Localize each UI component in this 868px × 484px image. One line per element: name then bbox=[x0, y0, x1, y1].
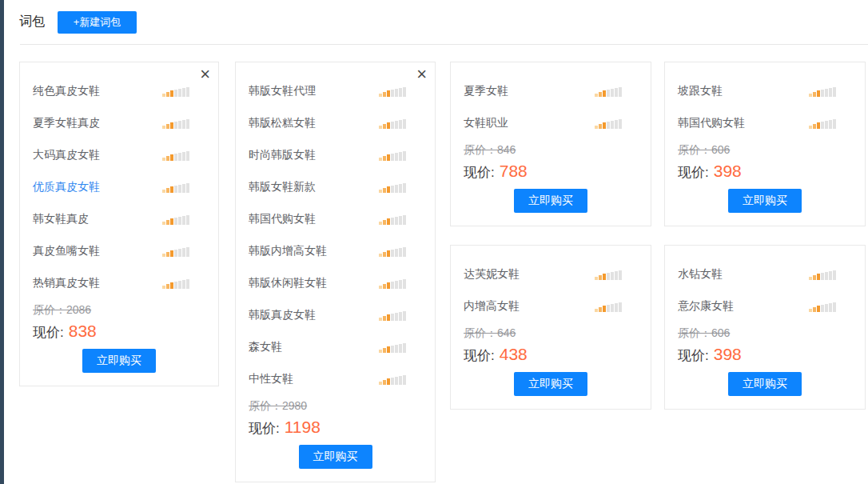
keyword-row[interactable]: 优质真皮女鞋 bbox=[20, 171, 218, 203]
keyword-label: 意尔康女鞋 bbox=[678, 299, 734, 314]
current-price: 现价: 1198 bbox=[249, 418, 422, 438]
current-price-label: 现价: bbox=[678, 163, 709, 182]
keyword-label: 韩女鞋真皮 bbox=[33, 212, 89, 226]
signal-bars-icon bbox=[378, 374, 406, 385]
current-price: 现价: 788 bbox=[464, 162, 638, 182]
close-icon[interactable]: × bbox=[416, 64, 427, 85]
keyword-row[interactable]: 韩版真皮女鞋 bbox=[236, 299, 435, 331]
keyword-row[interactable]: 意尔康女鞋 bbox=[665, 290, 865, 322]
keyword-label: 真皮鱼嘴女鞋 bbox=[33, 244, 100, 258]
keyword-list: 韩版女鞋代理 韩版松糕女鞋 时尚韩版女鞋 韩版女鞋新款 韩国代购女鞋 韩版内增高… bbox=[236, 62, 435, 395]
wordpack-card: 坡跟女鞋 韩国代购女鞋 原价：606 现价: 398 立即购买 bbox=[664, 62, 866, 226]
keyword-label: 水钻女鞋 bbox=[678, 267, 723, 282]
buy-now-button[interactable]: 立即购买 bbox=[299, 445, 372, 469]
signal-bars-icon bbox=[378, 150, 406, 161]
keyword-row[interactable]: 夏季女鞋 bbox=[451, 75, 651, 107]
current-price-label: 现价: bbox=[464, 346, 495, 365]
keyword-list: 夏季女鞋 女鞋职业 bbox=[451, 62, 651, 139]
current-price: 现价: 398 bbox=[678, 345, 852, 365]
keyword-label: 优质真皮女鞋 bbox=[33, 180, 100, 194]
keyword-label: 森女鞋 bbox=[249, 340, 282, 354]
keyword-row[interactable]: 达芙妮女鞋 bbox=[451, 258, 651, 290]
current-price-value: 838 bbox=[69, 322, 97, 341]
keyword-row[interactable]: 韩国代购女鞋 bbox=[236, 203, 435, 235]
card-column-1: × 纯色真皮女鞋 夏季女鞋真皮 大码真皮女鞋 优质真皮女鞋 韩女鞋真皮 真皮鱼嘴… bbox=[19, 62, 219, 386]
keyword-row[interactable]: 大码真皮女鞋 bbox=[20, 139, 218, 171]
current-price: 现价: 438 bbox=[464, 345, 638, 365]
keyword-row[interactable]: 韩版松糕女鞋 bbox=[236, 107, 435, 139]
keyword-row[interactable]: 内增高女鞋 bbox=[451, 290, 651, 322]
keyword-row[interactable]: 韩版女鞋代理 bbox=[236, 75, 435, 107]
keyword-row[interactable]: 热销真皮女鞋 bbox=[20, 267, 218, 299]
original-price: 原价：646 bbox=[464, 326, 638, 341]
original-price: 原价：846 bbox=[464, 143, 638, 158]
signal-bars-icon bbox=[594, 86, 622, 97]
keyword-row[interactable]: 韩版女鞋新款 bbox=[236, 171, 435, 203]
signal-bars-icon bbox=[161, 214, 189, 225]
keyword-label: 女鞋职业 bbox=[464, 116, 508, 130]
keyword-row[interactable]: 森女鞋 bbox=[236, 331, 435, 363]
signal-bars-icon bbox=[161, 278, 189, 289]
card-column-4: 坡跟女鞋 韩国代购女鞋 原价：606 现价: 398 立即购买 水钻女鞋 意尔康… bbox=[664, 62, 866, 410]
original-price: 原价：2980 bbox=[249, 399, 422, 414]
signal-bars-icon bbox=[808, 118, 836, 129]
signal-bars-icon bbox=[378, 342, 406, 353]
keyword-label: 中性女鞋 bbox=[249, 372, 293, 386]
signal-bars-icon bbox=[378, 278, 406, 289]
keyword-label: 热销真皮女鞋 bbox=[33, 276, 100, 290]
keyword-list: 纯色真皮女鞋 夏季女鞋真皮 大码真皮女鞋 优质真皮女鞋 韩女鞋真皮 真皮鱼嘴女鞋… bbox=[20, 62, 218, 299]
current-price-value: 398 bbox=[714, 162, 742, 181]
wordpack-card: 水钻女鞋 意尔康女鞋 原价：606 现价: 398 立即购买 bbox=[664, 245, 866, 410]
keyword-row[interactable]: 纯色真皮女鞋 bbox=[20, 75, 218, 107]
keyword-row[interactable]: 女鞋职业 bbox=[451, 107, 651, 139]
keyword-row[interactable]: 水钻女鞋 bbox=[665, 258, 865, 290]
current-price: 现价: 838 bbox=[33, 322, 205, 342]
current-price-label: 现价: bbox=[33, 323, 64, 342]
buy-now-button[interactable]: 立即购买 bbox=[728, 189, 802, 213]
sidebar-strip bbox=[0, 0, 4, 484]
signal-bars-icon bbox=[594, 270, 622, 280]
signal-bars-icon bbox=[378, 86, 406, 97]
new-wordpack-button[interactable]: +新建词包 bbox=[58, 11, 137, 34]
keyword-label: 韩版真皮女鞋 bbox=[249, 308, 316, 322]
buy-now-button[interactable]: 立即购买 bbox=[514, 189, 587, 213]
keyword-list: 达芙妮女鞋 内增高女鞋 bbox=[451, 246, 651, 322]
current-price-label: 现价: bbox=[678, 346, 709, 365]
keyword-label: 达芙妮女鞋 bbox=[464, 267, 520, 282]
buy-now-button[interactable]: 立即购买 bbox=[728, 372, 802, 396]
close-icon[interactable]: × bbox=[200, 64, 210, 85]
original-price: 原价：606 bbox=[678, 326, 852, 341]
signal-bars-icon bbox=[378, 118, 406, 129]
keyword-label: 韩国代购女鞋 bbox=[678, 116, 745, 130]
keyword-row[interactable]: 韩版休闲鞋女鞋 bbox=[236, 267, 435, 299]
header-divider bbox=[20, 44, 868, 45]
keyword-label: 夏季女鞋真皮 bbox=[33, 116, 100, 130]
current-price-label: 现价: bbox=[464, 163, 495, 182]
keyword-row[interactable]: 夏季女鞋真皮 bbox=[20, 107, 218, 139]
keyword-row[interactable]: 韩版内增高女鞋 bbox=[236, 235, 435, 267]
keyword-label: 韩国代购女鞋 bbox=[249, 212, 316, 226]
page-title: 词包 bbox=[19, 14, 45, 30]
signal-bars-icon bbox=[161, 246, 189, 257]
keyword-list: 坡跟女鞋 韩国代购女鞋 bbox=[665, 62, 865, 139]
wordpack-card: 夏季女鞋 女鞋职业 原价：846 现价: 788 立即购买 bbox=[450, 62, 651, 226]
keyword-label: 韩版松糕女鞋 bbox=[249, 116, 316, 130]
buy-now-button[interactable]: 立即购买 bbox=[514, 372, 587, 396]
keyword-label: 纯色真皮女鞋 bbox=[33, 84, 100, 98]
buy-now-button[interactable]: 立即购买 bbox=[82, 349, 156, 373]
keyword-row[interactable]: 时尚韩版女鞋 bbox=[236, 139, 435, 171]
keyword-row[interactable]: 韩国代购女鞋 bbox=[665, 107, 865, 139]
signal-bars-icon bbox=[161, 118, 189, 129]
signal-bars-icon bbox=[594, 118, 622, 129]
keyword-row[interactable]: 坡跟女鞋 bbox=[665, 75, 865, 107]
original-price: 原价：606 bbox=[678, 143, 852, 158]
signal-bars-icon bbox=[378, 214, 406, 225]
signal-bars-icon bbox=[808, 302, 836, 312]
current-price-value: 788 bbox=[500, 162, 528, 181]
card-column-2: × 韩版女鞋代理 韩版松糕女鞋 时尚韩版女鞋 韩版女鞋新款 韩国代购女鞋 韩版内… bbox=[235, 62, 436, 482]
current-price-label: 现价: bbox=[249, 419, 280, 438]
keyword-row[interactable]: 中性女鞋 bbox=[236, 363, 435, 395]
current-price-value: 438 bbox=[500, 345, 528, 364]
keyword-row[interactable]: 真皮鱼嘴女鞋 bbox=[20, 235, 218, 267]
keyword-row[interactable]: 韩女鞋真皮 bbox=[20, 203, 218, 235]
